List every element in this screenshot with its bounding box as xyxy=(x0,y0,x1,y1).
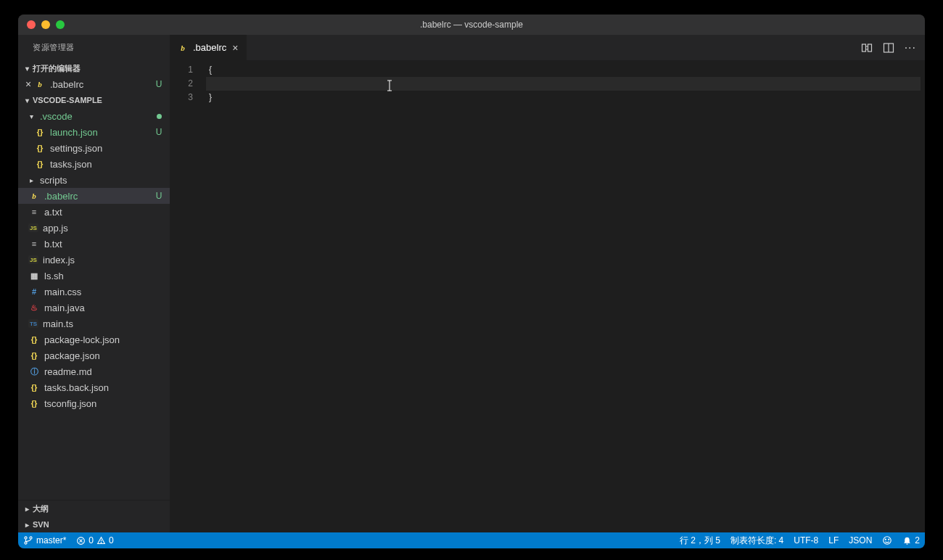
bell-icon xyxy=(902,536,912,545)
file-row[interactable]: ≡ b.txt xyxy=(18,236,170,252)
open-editors-label: 打开的编辑器 xyxy=(33,63,81,74)
minimap[interactable] xyxy=(921,60,925,532)
file-row[interactable]: b .babelrc U xyxy=(18,188,170,204)
code-editor[interactable]: 1 2 3 { } xyxy=(170,60,925,532)
file-row[interactable]: ⓘ readme.md xyxy=(18,363,170,379)
vscode-window: .babelrc — vscode-sample 资源管理器 ▾ 打开的编辑器 … xyxy=(18,15,925,548)
json-file-icon: {} xyxy=(34,158,46,170)
error-icon xyxy=(76,536,86,545)
git-status-badge: U xyxy=(154,191,164,201)
error-count: 0 xyxy=(88,535,94,545)
minimize-window-button[interactable] xyxy=(41,20,50,29)
chevron-right-icon: ▸ xyxy=(21,521,33,529)
file-label: main.java xyxy=(44,302,164,313)
explorer-sidebar: 资源管理器 ▾ 打开的编辑器 × b .babelrc U ▾ VSCODE-S… xyxy=(18,35,170,532)
file-row[interactable]: ♨ main.java xyxy=(18,300,170,316)
chevron-down-icon: ▾ xyxy=(21,65,33,73)
file-row[interactable]: {} tsconfig.json xyxy=(18,395,170,411)
folder-row[interactable]: ▾ .vscode xyxy=(18,108,170,124)
editor-tab[interactable]: b .babelrc × xyxy=(170,35,247,60)
file-row[interactable]: {} launch.json U xyxy=(18,124,170,140)
babel-file-icon: b xyxy=(177,42,189,54)
feedback-item[interactable] xyxy=(877,532,897,548)
json-file-icon: {} xyxy=(28,398,40,409)
svg-rect-1 xyxy=(868,44,871,52)
more-actions-icon[interactable]: ··· xyxy=(905,41,916,54)
folder-label: scripts xyxy=(40,175,164,186)
shell-file-icon: ▦ xyxy=(28,270,40,281)
file-row[interactable]: JS app.js xyxy=(18,220,170,236)
git-status-badge: U xyxy=(154,79,164,89)
babel-file-icon: b xyxy=(34,78,46,90)
outline-label: 大纲 xyxy=(33,503,49,514)
file-row[interactable]: {} tasks.back.json xyxy=(18,379,170,395)
language-mode-item[interactable]: JSON xyxy=(844,532,877,548)
smiley-icon xyxy=(882,535,892,545)
file-label: .babelrc xyxy=(44,191,154,202)
tab-size-item[interactable]: 制表符长度: 4 xyxy=(725,532,788,548)
file-row[interactable]: {} settings.json xyxy=(18,140,170,156)
file-row[interactable]: {} package-lock.json xyxy=(18,332,170,347)
eol-item[interactable]: LF xyxy=(823,532,844,548)
warning-count: 0 xyxy=(109,535,114,545)
file-row[interactable]: ▦ ls.sh xyxy=(18,268,170,284)
notifications-item[interactable]: 2 xyxy=(897,532,925,548)
open-editor-label: .babelrc xyxy=(50,79,154,90)
file-label: index.js xyxy=(43,255,164,265)
js-file-icon: JS xyxy=(28,255,38,264)
split-editor-icon[interactable] xyxy=(883,42,894,54)
tab-label: .babelrc xyxy=(193,42,226,53)
folder-row[interactable]: ▸ scripts xyxy=(18,172,170,188)
chevron-down-icon: ▾ xyxy=(30,112,40,120)
open-editors-section[interactable]: ▾ 打开的编辑器 xyxy=(18,60,170,76)
open-editor-item[interactable]: × b .babelrc U xyxy=(18,76,170,92)
babel-file-icon: b xyxy=(28,190,40,202)
chevron-right-icon: ▸ xyxy=(21,505,33,513)
file-row[interactable]: JS index.js xyxy=(18,252,170,268)
file-label: tsconfig.json xyxy=(44,398,164,409)
project-label: VSCODE-SAMPLE xyxy=(33,96,102,104)
java-file-icon: ♨ xyxy=(28,302,40,313)
chevron-right-icon: ▸ xyxy=(30,176,40,184)
close-tab-icon[interactable]: × xyxy=(231,42,239,54)
file-label: settings.json xyxy=(50,143,164,154)
file-label: tasks.back.json xyxy=(44,382,164,393)
css-file-icon: # xyxy=(28,286,40,297)
cursor-position-item[interactable]: 行 2，列 5 xyxy=(675,532,725,548)
code-line[interactable] xyxy=(206,77,921,91)
json-file-icon: {} xyxy=(28,334,40,345)
code-line[interactable]: } xyxy=(206,91,921,104)
js-file-icon: JS xyxy=(28,223,38,232)
notification-count: 2 xyxy=(915,535,920,545)
file-row[interactable]: {} package.json xyxy=(18,347,170,363)
file-label: b.txt xyxy=(44,239,164,250)
file-row[interactable]: ≡ a.txt xyxy=(18,204,170,220)
titlebar[interactable]: .babelrc — vscode-sample xyxy=(18,15,925,35)
svn-section[interactable]: ▸ SVN xyxy=(18,516,170,532)
encoding-item[interactable]: UTF-8 xyxy=(788,532,823,548)
git-branch-item[interactable]: master* xyxy=(18,532,71,548)
window-title: .babelrc — vscode-sample xyxy=(18,20,925,30)
warning-icon xyxy=(96,536,106,545)
svg-point-11 xyxy=(886,539,886,540)
file-row[interactable]: # main.css xyxy=(18,284,170,300)
code-lines[interactable]: { } xyxy=(206,60,921,532)
maximize-window-button[interactable] xyxy=(56,20,65,29)
line-number-gutter: 1 2 3 xyxy=(170,60,206,532)
file-row[interactable]: {} tasks.json xyxy=(18,156,170,172)
problems-item[interactable]: 0 0 xyxy=(71,532,118,548)
close-icon[interactable]: × xyxy=(22,78,34,90)
close-window-button[interactable] xyxy=(27,20,36,29)
file-label: package.json xyxy=(44,350,164,361)
json-file-icon: {} xyxy=(34,142,46,154)
code-line[interactable]: { xyxy=(206,63,921,77)
modified-dot-icon xyxy=(154,111,164,121)
svg-rect-0 xyxy=(862,44,865,52)
compare-changes-icon[interactable] xyxy=(861,42,873,54)
file-label: launch.json xyxy=(50,127,154,138)
outline-section[interactable]: ▸ 大纲 xyxy=(18,501,170,516)
file-row[interactable]: TS main.ts xyxy=(18,316,170,332)
svg-point-6 xyxy=(30,537,32,539)
project-section[interactable]: ▾ VSCODE-SAMPLE xyxy=(18,92,170,108)
svg-point-12 xyxy=(889,539,889,540)
